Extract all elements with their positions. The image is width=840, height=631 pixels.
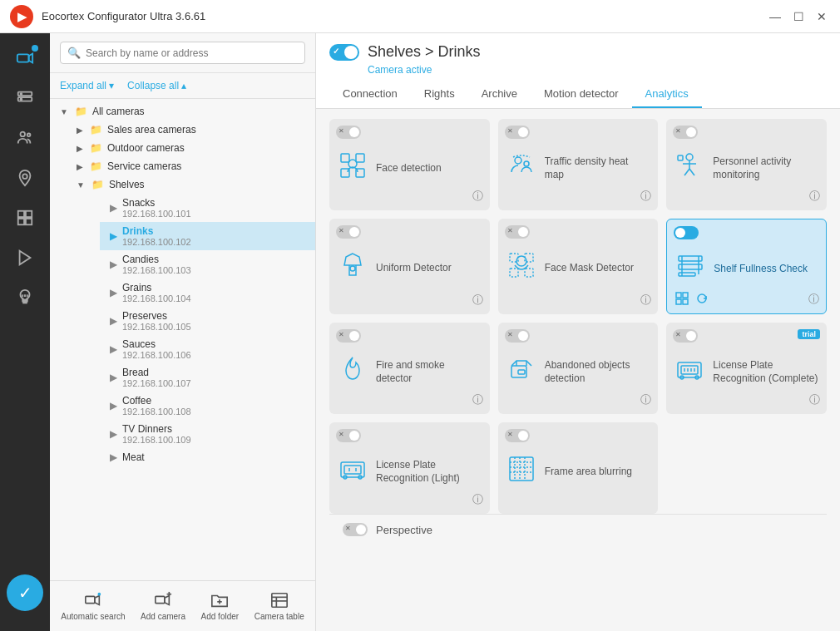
add-camera-button[interactable]: Add camera — [136, 588, 190, 624]
sidebar-item-cameras[interactable] — [7, 40, 43, 76]
tree-camera-candies[interactable]: ▶ Candies 192.168.100.103 — [100, 250, 315, 279]
svg-rect-32 — [341, 154, 349, 162]
tree-camera-drinks[interactable]: ▶ Drinks 192.168.100.102 — [100, 222, 315, 250]
traffic-density-body: Traffic density heat map — [506, 150, 650, 186]
tree-camera-bread[interactable]: ▶ Bread 192.168.100.107 — [100, 363, 315, 392]
tree-camera-grains[interactable]: ▶ Grains 192.168.100.104 — [100, 279, 315, 307]
traffic-density-info[interactable]: ⓘ — [640, 189, 651, 204]
tab-archive[interactable]: Archive — [468, 81, 531, 108]
root-expand-arrow: ▼ — [60, 107, 68, 116]
fire-smoke-toggle[interactable] — [336, 329, 361, 345]
icon-sidebar: ✓ — [0, 33, 50, 631]
card-traffic-density: Traffic density heat map ⓘ — [498, 119, 659, 210]
preserves-ip: 192.168.100.105 — [122, 322, 191, 332]
sidebar-item-servers[interactable] — [7, 80, 43, 116]
sidebar-item-layout[interactable] — [7, 200, 43, 236]
app-title: Eocortex Configurator Ultra 3.6.61 — [42, 10, 767, 22]
sidebar-item-users[interactable] — [7, 120, 43, 156]
tab-analytics[interactable]: Analytics — [632, 81, 702, 108]
uniform-detector-toggle[interactable] — [336, 225, 361, 241]
sidebar-item-ai[interactable] — [7, 279, 43, 316]
fire-smoke-info[interactable]: ⓘ — [472, 392, 483, 407]
sidebar-item-scenarios[interactable] — [7, 239, 43, 276]
expand-all-button[interactable]: Expand all ▾ — [60, 80, 114, 91]
sidebar-done-area: ✓ — [7, 568, 43, 624]
personnel-activity-icon — [674, 150, 704, 186]
cam-icon-coffee: ▶ — [110, 400, 117, 412]
face-detection-toggle[interactable] — [336, 126, 361, 141]
camera-table-button[interactable]: Camera table — [250, 588, 309, 624]
tree-item-sales[interactable]: ▶ 📁 Sales area cameras — [67, 121, 315, 139]
shelf-fullness-toggle[interactable] — [674, 226, 699, 242]
active-toggle-switch[interactable]: ✓ — [329, 44, 359, 61]
tree-camera-meat[interactable]: ▶ Meat — [100, 448, 315, 466]
app-logo: ▶ — [10, 5, 33, 28]
tree-camera-coffee[interactable]: ▶ Coffee 192.168.100.108 — [100, 392, 315, 420]
personnel-activity-toggle[interactable] — [673, 126, 698, 141]
lpr-complete-toggle[interactable] — [673, 329, 698, 345]
shelf-fullness-info[interactable]: ⓘ — [808, 292, 819, 307]
tree-camera-sauces[interactable]: ▶ Sauces 192.168.100.106 — [100, 335, 315, 363]
add-folder-label: Add folder — [201, 612, 240, 621]
uniform-detector-info[interactable]: ⓘ — [472, 293, 483, 308]
tab-connection[interactable]: Connection — [329, 81, 411, 108]
personnel-activity-info[interactable]: ⓘ — [809, 189, 820, 204]
tree-camera-snacks[interactable]: ▶ Snacks 192.168.100.101 — [100, 194, 315, 222]
abandoned-objects-label: Abandoned objects detection — [545, 359, 650, 385]
tree-camera-tvdinners[interactable]: ▶ TV Dinners 192.168.100.109 — [100, 420, 315, 448]
tree-group-outdoor: ▶ 📁 Outdoor cameras — [50, 139, 315, 157]
svg-rect-11 — [18, 219, 24, 224]
svg-marker-13 — [20, 251, 31, 265]
svg-marker-23 — [165, 596, 170, 605]
folder-icon: 📁 — [75, 106, 87, 117]
tree-item-service[interactable]: ▶ 📁 Service cameras — [67, 157, 315, 175]
svg-rect-53 — [679, 273, 695, 276]
tree-root-all-cameras[interactable]: ▼ 📁 All cameras — [50, 102, 315, 121]
tree-camera-preserves[interactable]: ▶ Preserves 192.168.100.105 — [100, 307, 315, 335]
search-icon: 🔍 — [67, 47, 81, 59]
search-input[interactable] — [86, 47, 298, 59]
add-folder-button[interactable]: Add folder — [196, 588, 245, 624]
close-button[interactable]: ✕ — [813, 8, 830, 25]
face-detection-info[interactable]: ⓘ — [472, 189, 483, 204]
collapse-all-button[interactable]: Collapse all ▴ — [127, 80, 186, 91]
maximize-button[interactable]: ☐ — [790, 8, 807, 25]
frame-blur-toggle[interactable] — [505, 429, 530, 445]
content-panel: ✓ Shelves > Drinks Camera active Connect… — [316, 33, 840, 631]
search-box: 🔍 — [60, 42, 305, 64]
abandoned-objects-body: Abandoned objects detection — [506, 354, 650, 390]
perspective-toggle[interactable] — [343, 523, 368, 536]
meat-name: Meat — [122, 451, 145, 463]
tab-rights[interactable]: Rights — [411, 81, 468, 108]
tree-item-outdoor[interactable]: ▶ 📁 Outdoor cameras — [67, 139, 315, 157]
svg-rect-56 — [676, 293, 681, 298]
abandoned-objects-info[interactable]: ⓘ — [640, 392, 651, 407]
lpr-light-info[interactable]: ⓘ — [472, 492, 483, 507]
coffee-ip: 192.168.100.108 — [122, 407, 191, 417]
folder-icon-sales: 📁 — [90, 124, 102, 136]
abandoned-objects-toggle[interactable] — [505, 329, 530, 345]
traffic-density-toggle[interactable] — [505, 126, 530, 141]
lpr-light-toggle[interactable] — [336, 429, 361, 445]
minimize-button[interactable]: — — [767, 8, 783, 25]
shelf-fullness-body: Shelf Fullness Check — [675, 251, 818, 287]
face-mask-toggle[interactable] — [505, 225, 530, 241]
tree-group-shelves: ▼ 📁 Shelves ▶ Snacks 192.168.100.101 ▶ — [50, 175, 315, 466]
face-mask-info[interactable]: ⓘ — [640, 293, 651, 308]
tab-motion-detector[interactable]: Motion detector — [531, 81, 632, 108]
svg-rect-78 — [510, 457, 533, 481]
lpr-light-body: License Plate Recognition (Light) — [338, 454, 482, 490]
camera-active-status: Camera active — [329, 64, 827, 76]
coffee-name: Coffee — [122, 395, 191, 407]
svg-rect-15 — [23, 302, 27, 303]
lpr-complete-info[interactable]: ⓘ — [809, 392, 820, 407]
done-button[interactable]: ✓ — [7, 574, 43, 611]
personnel-activity-body: Personnel activity monitoring — [674, 150, 818, 186]
uniform-detector-icon — [338, 250, 368, 286]
fire-smoke-icon — [338, 354, 368, 390]
sidebar-item-map[interactable] — [7, 160, 43, 196]
automatic-search-button[interactable]: Automatic search — [56, 588, 130, 624]
frame-blur-icon — [506, 454, 536, 490]
svg-rect-22 — [156, 596, 165, 603]
tree-item-shelves[interactable]: ▼ 📁 Shelves — [67, 175, 315, 194]
